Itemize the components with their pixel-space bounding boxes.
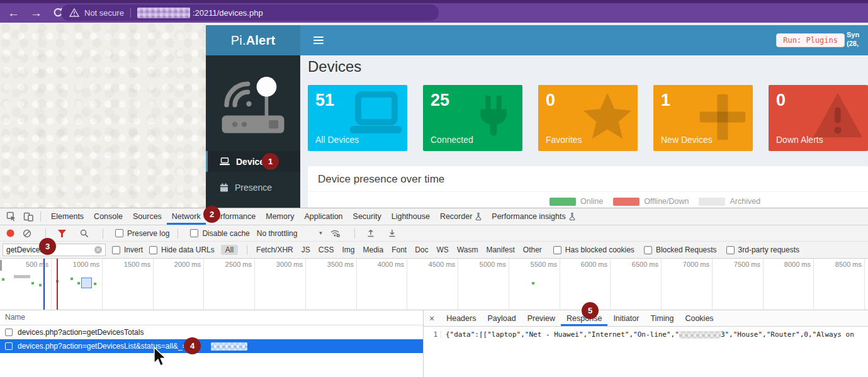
legend-swatch <box>550 198 576 206</box>
card-value: 0 <box>538 85 638 110</box>
device-toolbar-icon[interactable] <box>23 211 33 222</box>
annotation-step-2: 2 <box>203 206 220 223</box>
filter-chip-img[interactable]: Img <box>342 245 354 254</box>
tab-memory[interactable]: Memory <box>261 208 299 225</box>
clear-icon[interactable] <box>23 229 31 238</box>
blocked-requests-checkbox[interactable]: Blocked Requests <box>644 245 717 254</box>
request-row[interactable]: devices.php?action=getDevicesTotals <box>0 325 423 339</box>
detail-tab-headers[interactable]: Headers <box>441 310 482 326</box>
throttling-dropdown[interactable]: No throttling▼ <box>257 229 324 238</box>
export-har-icon[interactable] <box>388 229 396 237</box>
has-blocked-cookies-checkbox[interactable]: Has blocked cookies <box>553 245 634 254</box>
sidebar-item-devices[interactable]: Devices <box>206 151 300 172</box>
legend-item-offline-down[interactable]: Offline/Down <box>613 197 689 206</box>
tab-console[interactable]: Console <box>89 208 128 225</box>
timeline-gridline <box>610 259 611 310</box>
filter-chip-font[interactable]: Font <box>392 245 407 254</box>
timeline-tick-label: 2000 ms <box>164 261 201 268</box>
timeline-activity-dot <box>2 278 4 281</box>
tab-application[interactable]: Application <box>299 208 347 225</box>
redacted-response-value <box>679 331 721 339</box>
corner-status-text: Syn(28, <box>847 30 868 48</box>
request-checkbox[interactable] <box>5 342 13 350</box>
detail-tab-timing[interactable]: Timing <box>645 310 679 326</box>
timeline-gridline <box>203 259 204 310</box>
filter-chip-fetch-xhr[interactable]: Fetch/XHR <box>256 245 293 254</box>
hide-data-urls-checkbox[interactable]: Hide data URLs <box>149 245 215 254</box>
filter-chip-manifest[interactable]: Manifest <box>486 245 514 254</box>
disable-cache-checkbox[interactable]: Disable cache <box>190 229 249 238</box>
timeline-load-line <box>57 259 58 310</box>
clear-filter-icon[interactable]: ✕ <box>94 246 102 254</box>
timeline-gridline <box>254 259 255 310</box>
name-column-header[interactable]: Name <box>0 310 423 325</box>
detail-tab-initiator[interactable]: Initiator <box>607 310 645 326</box>
filter-chip-ws[interactable]: WS <box>437 245 449 254</box>
pialert-logo[interactable]: Pi.Alert <box>206 25 300 55</box>
filter-chip-css[interactable]: CSS <box>318 245 334 254</box>
legend-item-online[interactable]: Online <box>550 197 603 206</box>
browser-viewport: Pi.Alert Run: Plugins Syn(28, <box>0 23 868 208</box>
filter-chip-js[interactable]: JS <box>302 245 310 254</box>
tab-network[interactable]: Network <box>167 208 206 225</box>
summary-card-down-alerts[interactable]: 0Down Alerts <box>769 85 868 151</box>
timeline-gridline <box>661 259 662 310</box>
tab-sources[interactable]: Sources <box>128 208 167 225</box>
network-overview-timeline[interactable]: 500 ms1000 ms1500 ms2000 ms2500 ms3000 m… <box>0 259 868 310</box>
timeline-gridline <box>712 259 713 310</box>
legend-swatch <box>613 198 640 206</box>
summary-card-connected[interactable]: 25Connected <box>423 85 522 151</box>
tab-performance-insights[interactable]: Performance insights <box>487 208 580 225</box>
detail-tab-preview[interactable]: Preview <box>522 310 561 326</box>
record-icon[interactable] <box>6 229 14 237</box>
preserve-log-checkbox[interactable]: Preserve log <box>115 229 169 238</box>
detail-tab-payload[interactable]: Payload <box>482 310 521 326</box>
summary-card-new-devices[interactable]: 1New Devices <box>653 85 753 151</box>
summary-card-favorites[interactable]: 0Favorites <box>538 85 638 151</box>
filter-chip-other[interactable]: Other <box>523 245 542 254</box>
request-list: Name devices.php?action=getDevicesTotals… <box>0 310 424 377</box>
app-navbar: Run: Plugins Syn(28, <box>300 25 868 55</box>
detail-tab-cookies[interactable]: Cookies <box>679 310 719 326</box>
card-label: Connected <box>431 135 473 145</box>
checkbox-label: Blocked Requests <box>656 245 717 254</box>
timeline-tick-label: 1500 ms <box>114 261 150 268</box>
address-bar[interactable]: Not secure :20211/devices.php <box>61 4 439 21</box>
request-checkbox[interactable] <box>5 329 13 336</box>
card-value: 0 <box>769 85 868 110</box>
network-conditions-icon[interactable] <box>330 228 341 238</box>
summary-card-all-devices[interactable]: 51All Devices <box>308 85 407 151</box>
tab-elements[interactable]: Elements <box>46 208 89 225</box>
hamburger-menu-icon[interactable] <box>313 37 324 46</box>
legend-item-archived[interactable]: Archived <box>699 197 760 206</box>
request-row[interactable]: devices.php?action=getDevicesList&status… <box>0 339 423 353</box>
tab-lighthouse[interactable]: Lighthouse <box>386 208 435 225</box>
tab-label: Recorder <box>440 212 472 221</box>
close-detail-icon[interactable]: × <box>424 313 441 324</box>
filter-chip-wasm[interactable]: Wasm <box>457 245 478 254</box>
import-har-icon[interactable] <box>367 229 375 237</box>
filter-chip-doc[interactable]: Doc <box>415 245 428 254</box>
search-icon[interactable] <box>80 229 89 238</box>
tab-security[interactable]: Security <box>348 208 386 225</box>
run-plugins-button[interactable]: Run: Plugins <box>776 33 845 47</box>
summary-cards: 51All Devices25Connected0Favorites1New D… <box>308 85 868 151</box>
timeline-tick-label: 3500 ms <box>317 261 354 268</box>
invert-checkbox[interactable]: Invert <box>112 245 143 254</box>
tab-recorder[interactable]: Recorder <box>435 208 487 225</box>
filter-icon[interactable] <box>58 230 66 237</box>
tab-label: Lighthouse <box>392 212 430 221</box>
forward-icon[interactable]: → <box>30 7 42 19</box>
3rd-party-requests-checkbox[interactable]: 3rd-party requests <box>726 245 799 254</box>
timeline-activity-dot <box>77 282 80 284</box>
back-icon[interactable]: ← <box>8 7 20 19</box>
timeline-activity-dot <box>532 282 534 284</box>
sidebar-item-presence[interactable]: Presence <box>206 177 300 198</box>
app-sidebar: DevicesPresence <box>206 55 300 208</box>
timeline-gridline <box>763 259 764 310</box>
pialert-app: Pi.Alert Run: Plugins Syn(28, <box>206 25 868 208</box>
filter-chip-media[interactable]: Media <box>363 245 383 254</box>
detail-tabbar: × HeadersPayloadPreviewResponseInitiator… <box>424 310 868 327</box>
filter-chip-all[interactable]: All <box>221 245 238 255</box>
inspect-element-icon[interactable] <box>6 211 16 222</box>
